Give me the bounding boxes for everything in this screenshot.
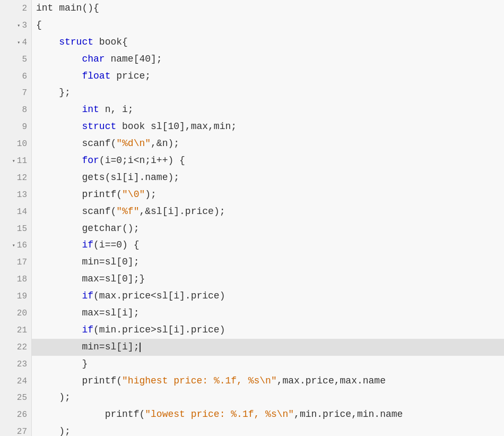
line-number: ▾4 <box>0 34 32 51</box>
code-row: ▾4 struct book{ <box>0 34 504 51</box>
line-number: ▾11 <box>0 152 32 169</box>
code-row: 24 printf("highest price: %.1f, %s\n",ma… <box>0 373 504 390</box>
line-number: 10 <box>0 135 32 152</box>
code-row: 15 getchar(); <box>0 220 504 237</box>
code-line-content: struct book{ <box>32 34 504 51</box>
fold-arrow-icon[interactable]: ▾ <box>10 158 15 164</box>
line-number: ▾16 <box>0 237 32 254</box>
code-row: ▾11 for(i=0;i<n;i++) { <box>0 152 504 169</box>
code-editor: 2int main(){▾3{▾4 struct book{5 char nam… <box>0 0 504 436</box>
code-row: ▾16 if(i==0) { <box>0 237 504 254</box>
code-row: 27 ); <box>0 423 504 436</box>
code-line-content: scanf("%d\n",&n); <box>32 135 504 152</box>
code-line-content: max=sl[i]; <box>32 305 504 322</box>
code-row: ▾3{ <box>0 17 504 34</box>
code-row: 14 scanf("%f",&sl[i].price); <box>0 203 504 220</box>
code-line-content: printf("\0"); <box>32 186 504 203</box>
code-row: 8 int n, i; <box>0 101 504 118</box>
code-line-content: scanf("%f",&sl[i].price); <box>32 203 504 220</box>
line-number: 15 <box>0 220 32 237</box>
line-number: 19 <box>0 288 32 305</box>
code-row: 12 gets(sl[i].name); <box>0 169 504 186</box>
code-line-content: getchar(); <box>32 220 504 237</box>
code-line-content: if(min.price>sl[i].price) <box>32 322 504 339</box>
code-line-content: int main(){ <box>32 0 504 17</box>
code-line-content: max=sl[0];} <box>32 271 504 288</box>
code-line-content: printf("highest price: %.1f, %s\n",max.p… <box>32 373 504 390</box>
code-row: 18 max=sl[0];} <box>0 271 504 288</box>
code-line-content: int n, i; <box>32 101 504 118</box>
code-row: 5 char name[40]; <box>0 51 504 68</box>
line-number: 7 <box>0 84 32 101</box>
code-line-content: min=sl[0]; <box>32 254 504 271</box>
code-row: 25 ); <box>0 389 504 406</box>
code-row: 13 printf("\0"); <box>0 186 504 203</box>
code-line-content: ); <box>32 423 504 436</box>
line-number: 22 <box>0 339 32 356</box>
text-cursor <box>140 343 141 352</box>
line-number: 9 <box>0 118 32 135</box>
code-row: 10 scanf("%d\n",&n); <box>0 135 504 152</box>
code-line-content: }; <box>32 84 504 101</box>
fold-arrow-icon[interactable]: ▾ <box>15 39 20 46</box>
code-line-content: for(i=0;i<n;i++) { <box>32 152 504 169</box>
line-number: 18 <box>0 271 32 288</box>
line-number: 14 <box>0 203 32 220</box>
code-line-content: struct book sl[10],max,min; <box>32 118 504 135</box>
line-number: 27 <box>0 423 32 436</box>
code-row: 26 printf("lowest price: %.1f, %s\n",min… <box>0 406 504 423</box>
code-line-content: min=sl[i]; <box>32 339 504 356</box>
code-row: 17 min=sl[0]; <box>0 254 504 271</box>
line-number: 8 <box>0 101 32 118</box>
code-line-content: printf("lowest price: %.1f, %s\n",min.pr… <box>32 406 504 423</box>
line-number: 23 <box>0 356 32 373</box>
line-number: 20 <box>0 305 32 322</box>
line-number: 17 <box>0 254 32 271</box>
code-line-content: { <box>32 17 504 34</box>
code-line-content: char name[40]; <box>32 51 504 68</box>
code-line-content: } <box>32 356 504 373</box>
code-line-content: ); <box>32 389 504 406</box>
fold-arrow-icon[interactable]: ▾ <box>15 22 20 29</box>
code-row: 21 if(min.price>sl[i].price) <box>0 322 504 339</box>
code-row: 6 float price; <box>0 68 504 85</box>
line-number: 26 <box>0 406 32 423</box>
code-line-content: gets(sl[i].name); <box>32 169 504 186</box>
code-line-content: float price; <box>32 68 504 85</box>
line-number: ▾3 <box>0 17 32 34</box>
line-number: 24 <box>0 373 32 390</box>
code-row: 2int main(){ <box>0 0 504 17</box>
line-number: 13 <box>0 186 32 203</box>
line-number: 6 <box>0 68 32 85</box>
code-row: 20 max=sl[i]; <box>0 305 504 322</box>
fold-arrow-icon[interactable]: ▾ <box>10 242 15 249</box>
line-number: 21 <box>0 322 32 339</box>
line-number: 25 <box>0 389 32 406</box>
code-line-content: if(i==0) { <box>32 237 504 254</box>
code-row: 19 if(max.price<sl[i].price) <box>0 288 504 305</box>
code-row: 22 min=sl[i]; <box>0 339 504 356</box>
code-line-content: if(max.price<sl[i].price) <box>32 288 504 305</box>
code-row: 9 struct book sl[10],max,min; <box>0 118 504 135</box>
line-number: 2 <box>0 0 32 17</box>
line-number: 12 <box>0 169 32 186</box>
line-number: 5 <box>0 51 32 68</box>
code-row: 23 } <box>0 356 504 373</box>
code-row: 7 }; <box>0 84 504 101</box>
